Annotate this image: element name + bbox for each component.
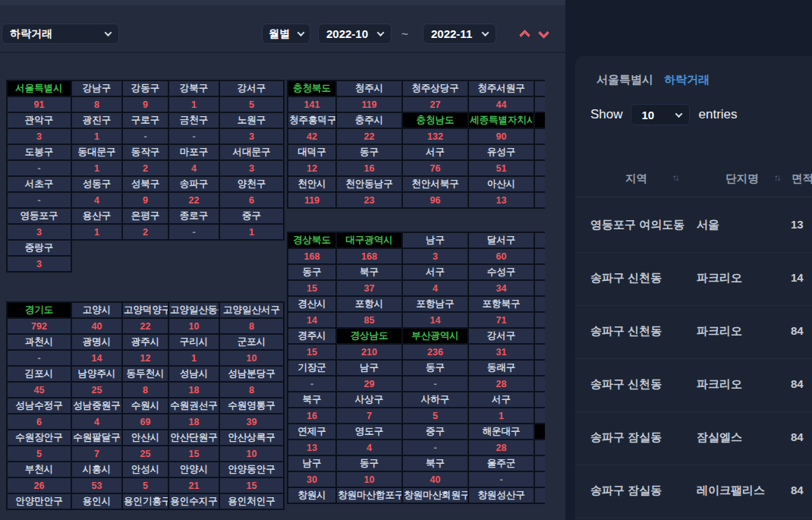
region-cell[interactable]: 수성구 (468, 264, 534, 280)
region-cell[interactable]: 포항남구 (402, 296, 468, 312)
region-cell[interactable] (534, 296, 545, 312)
region-cell[interactable]: 용인시 (71, 493, 122, 509)
region-cell[interactable]: 고양일산서구 (219, 302, 284, 318)
region-cell[interactable]: 남구 (288, 455, 336, 471)
region-cell[interactable]: 강동구 (122, 80, 168, 96)
region-cell[interactable]: 아산시 (468, 176, 534, 192)
region-cell[interactable]: 양천구 (219, 176, 284, 192)
region-cell[interactable]: 서구 (402, 144, 468, 160)
region-cell[interactable]: 대덕구 (288, 144, 336, 160)
region-cell[interactable]: 영등포구 (7, 208, 71, 224)
region-cell[interactable]: 용인처인구 (219, 493, 284, 509)
region-cell[interactable]: 남양주시 (71, 366, 122, 382)
column-header-region[interactable]: 지역 (625, 172, 647, 186)
region-cell[interactable]: 포항시 (336, 296, 402, 312)
region-cell[interactable]: 창원마산회원구 (402, 487, 468, 503)
region-cell[interactable]: 도봉구 (7, 144, 71, 160)
province-cell[interactable]: 부산광역시 (402, 328, 468, 344)
column-header-area[interactable]: 면적 (792, 172, 812, 186)
province-cell[interactable]: 경상북도 (288, 232, 336, 248)
region-cell[interactable]: 종로구 (168, 208, 219, 224)
table-row[interactable]: 송파구 신천동파크리오14 (575, 253, 812, 306)
region-cell[interactable]: 포항북구 (468, 296, 534, 312)
region-cell[interactable]: 노원구 (219, 112, 284, 128)
region-cell[interactable]: 청주서원구 (468, 80, 534, 96)
period-select[interactable]: 월별 (262, 24, 310, 44)
region-cell[interactable]: 동래구 (468, 360, 534, 376)
region-cell[interactable]: 구리시 (168, 334, 219, 350)
province-cell[interactable]: 대 (534, 112, 545, 128)
region-cell[interactable]: 동구 (402, 360, 468, 376)
region-cell[interactable]: 청 (534, 80, 545, 96)
region-cell[interactable]: 중구 (402, 424, 468, 440)
region-cell[interactable]: 청주시 (336, 80, 402, 96)
region-cell[interactable]: 성남시 (168, 366, 219, 382)
province-cell[interactable]: 대구광역시 (336, 232, 402, 248)
region-cell[interactable]: 영도구 (336, 424, 402, 440)
region-cell[interactable]: 강북구 (168, 80, 219, 96)
province-cell[interactable]: 서울특별시 (7, 80, 71, 96)
month-to-select[interactable]: 2022-11 (423, 24, 496, 44)
table-row[interactable]: 송파구 신천동파크리오84 (575, 359, 812, 412)
region-cell[interactable]: 동구 (336, 144, 402, 160)
region-cell[interactable]: 유성구 (468, 144, 534, 160)
region-cell[interactable]: 천안서북구 (402, 176, 468, 192)
region-cell[interactable]: 수원시 (122, 398, 168, 414)
region-cell[interactable]: 과천시 (7, 334, 71, 350)
region-cell[interactable] (534, 232, 545, 248)
region-cell[interactable] (534, 328, 545, 344)
region-cell[interactable]: 안산단원구 (168, 430, 219, 446)
region-cell[interactable]: 남구 (402, 232, 468, 248)
region-cell[interactable]: 성남수정구 (7, 398, 71, 414)
region-cell[interactable]: 창원성산구 (468, 487, 534, 503)
region-cell[interactable]: 수원영통구 (219, 398, 284, 414)
region-cell[interactable]: 성남분당구 (219, 366, 284, 382)
region-cell[interactable]: 부 (534, 360, 545, 376)
region-cell[interactable]: 천안시 (288, 176, 336, 192)
region-cell[interactable]: 안양동안구 (219, 462, 284, 477)
region-cell[interactable]: 은평구 (122, 208, 168, 224)
region-cell[interactable]: 북구 (402, 455, 468, 471)
region-cell[interactable] (534, 392, 545, 408)
region-cell[interactable]: 사하구 (402, 392, 468, 408)
region-cell[interactable] (534, 176, 545, 192)
region-cell[interactable]: 수원권선구 (168, 398, 219, 414)
region-cell[interactable]: 연제구 (288, 424, 336, 440)
region-cell[interactable]: 청주흥덕구 (288, 112, 336, 128)
region-cell[interactable]: 용인기흥구 (122, 493, 168, 509)
region-cell[interactable]: 울주군 (468, 455, 534, 471)
region-cell[interactable]: 남구 (336, 360, 402, 376)
region-cell[interactable]: 중구 (219, 208, 284, 224)
region-cell[interactable]: 동두천시 (122, 366, 168, 382)
table-row[interactable]: 송파구 신천동파크리오84 (575, 306, 812, 359)
region-cell[interactable]: 서구 (468, 392, 534, 408)
province-cell[interactable]: 경기도 (7, 302, 71, 318)
region-cell[interactable]: 창원시 (288, 487, 336, 503)
region-cell[interactable]: 경산시 (288, 296, 336, 312)
province-cell[interactable]: 충청북도 (288, 80, 336, 96)
region-cell[interactable]: 서대문구 (219, 144, 284, 160)
region-cell[interactable]: 고양덕양구 (122, 302, 168, 318)
region-cell[interactable]: 달서구 (468, 232, 534, 248)
region-cell[interactable] (534, 455, 545, 471)
sort-icon[interactable]: ↑↓ (672, 173, 678, 182)
province-cell[interactable]: 세종특별자치시 (468, 112, 534, 128)
region-cell[interactable]: 강남구 (71, 80, 122, 96)
table-row[interactable]: 송파구 잠실동잠실엘스84 (575, 412, 812, 465)
column-header-complex[interactable]: 단지명 (725, 172, 759, 186)
region-cell[interactable]: 안산상록구 (219, 430, 284, 446)
region-cell[interactable]: 경주시 (288, 328, 336, 344)
region-cell[interactable]: 북구 (336, 264, 402, 280)
chevron-down-nav-icon[interactable] (540, 29, 551, 40)
region-cell[interactable]: 김포시 (7, 366, 71, 382)
region-cell[interactable]: 광명시 (71, 334, 122, 350)
chevron-up-icon[interactable] (521, 29, 532, 40)
region-cell[interactable]: 고양시 (71, 302, 122, 318)
region-cell[interactable]: 수원팔달구 (71, 430, 122, 446)
region-cell[interactable]: 광주시 (122, 334, 168, 350)
region-cell[interactable]: 창 (534, 487, 545, 503)
region-cell[interactable]: 강서구 (468, 328, 534, 344)
region-cell[interactable]: 충주시 (336, 112, 402, 128)
province-cell[interactable]: 충청남도 (402, 112, 468, 128)
sort-icon[interactable]: ↑↓ (774, 173, 780, 182)
